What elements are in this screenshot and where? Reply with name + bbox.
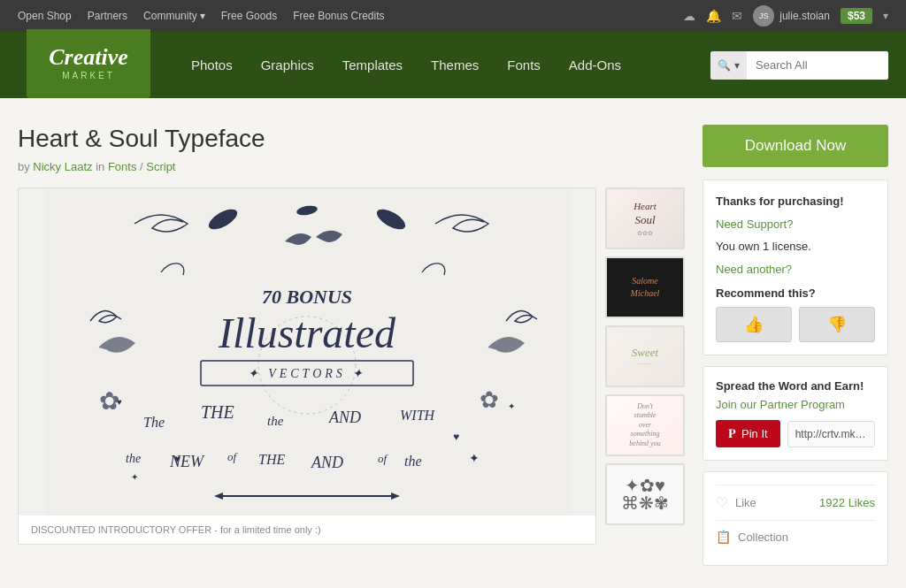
nav-themes[interactable]: Themes [417,32,493,98]
product-caption: DISCOUNTED INTRODUCTORY OFFER - for a li… [19,515,595,544]
notification-icon[interactable]: 🔔 [706,9,721,23]
sidebar: Download Now Thanks for purchasing! Need… [703,125,888,577]
thumbs-up-button[interactable]: 👍 [716,307,792,342]
partners-link[interactable]: Partners [88,10,127,22]
open-shop-link[interactable]: Open Shop [18,10,72,22]
svg-text:✦: ✦ [508,401,515,411]
download-button[interactable]: Download Now [703,125,888,167]
community-dropdown[interactable]: Community ▾ [143,10,205,22]
category-script-link[interactable]: Script [146,160,175,173]
svg-text:the: the [267,414,284,428]
svg-text:the: the [404,454,422,469]
svg-text:WITH: WITH [400,408,436,423]
main-nav: Photos Graphics Templates Themes Fonts A… [159,32,710,98]
svg-text:AND: AND [328,409,361,426]
author-link[interactable]: Nicky Laatz [33,160,92,173]
like-row: ♡ Like 1922 Likes [716,485,875,520]
svg-text:70 BONUS: 70 BONUS [262,286,352,308]
svg-text:♥: ♥ [453,431,459,443]
need-another-link[interactable]: Need another? [716,263,792,276]
recommend-label: Recommend this? [716,286,875,300]
spread-title: Spread the Word and Earn! [716,379,875,393]
svg-text:✿: ✿ [480,386,499,413]
thumbnail-4[interactable]: Don'tstumbleoversomethingbehind you [605,394,685,456]
free-goods-link[interactable]: Free Goods [221,10,277,22]
svg-text:The: The [143,415,165,430]
account-dropdown-icon[interactable]: ▾ [883,10,888,22]
svg-text:the: the [126,452,141,465]
share-url[interactable]: http://crtv.mk/sxol [787,421,875,447]
username[interactable]: julie.stoian [779,10,830,22]
need-support-link[interactable]: Need Support? [716,218,793,231]
like-label[interactable]: Like [735,496,756,509]
thanks-label: Thanks for purchasing! [716,195,843,208]
svg-text:✦: ✦ [469,451,480,465]
top-bar-links: Open Shop Partners Community ▾ Free Good… [18,10,385,22]
thumbnail-5[interactable]: ✦✿♥⌘❋✾ [605,463,685,525]
collection-row: 📋 Collection [716,520,875,553]
logo-creative: Creative [49,46,128,69]
search-area: 🔍 ▾ [710,51,888,80]
search-wrapper: 🔍 ▾ [710,51,888,80]
svg-text:♥: ♥ [174,453,180,465]
license-text: You own 1 license. [716,238,875,256]
free-bonus-link[interactable]: Free Bonus Credits [293,10,384,22]
main-image: 70 BONUS Illustrated ✦ VECTORS ✦ The THE… [19,188,595,515]
svg-text:THE: THE [201,402,234,422]
nav-templates[interactable]: Templates [328,32,417,98]
search-category-select[interactable]: 🔍 ▾ [710,51,747,80]
thumbnail-2[interactable]: SalomeMichael [605,256,685,318]
svg-text:THE: THE [258,452,285,467]
search-input[interactable] [747,51,888,80]
top-bar: Open Shop Partners Community ▾ Free Good… [0,0,906,32]
category-fonts-link[interactable]: Fonts [108,160,137,173]
header: Creative MARKET Photos Graphics Template… [0,32,906,98]
content-area: Heart & Soul Typeface by Nicky Laatz in … [0,98,906,588]
logo[interactable]: Creative MARKET [27,29,150,98]
nav-photos[interactable]: Photos [177,32,247,98]
mail-icon[interactable]: ✉ [732,9,742,23]
pin-button[interactable]: 𝐏 Pin It [716,420,780,447]
logo-area: Creative MARKET [18,33,159,98]
credit-badge[interactable]: $53 [841,8,872,24]
thumbnail-strip: HeartSoul ✿✿✿ SalomeMichael Sweet ~~~~ [605,187,685,545]
like-heart-icon: ♡ [716,494,728,511]
nav-fonts[interactable]: Fonts [493,32,555,98]
pinterest-icon: 𝐏 [728,426,736,441]
avatar: JS [753,5,774,27]
purchase-info-box: Thanks for purchasing! Need Support? You… [703,179,888,355]
recommend-buttons: 👍 👎 [716,307,875,342]
partner-program-link[interactable]: Join our Partner Program [716,398,875,411]
product-gallery: 70 BONUS Illustrated ✦ VECTORS ✦ The THE… [18,187,685,545]
main-image-wrapper: 70 BONUS Illustrated ✦ VECTORS ✦ The THE… [18,187,596,545]
product-meta: by Nicky Laatz in Fonts / Script [18,160,685,173]
product-title: Heart & Soul Typeface [18,125,685,153]
svg-text:✦ VECTORS ✦: ✦ VECTORS ✦ [248,367,367,380]
search-icon: 🔍 [718,59,731,72]
like-count: 1922 Likes [819,496,875,509]
user-info: JS julie.stoian [753,5,830,27]
collection-icon: 📋 [716,530,731,544]
like-collection-box: ♡ Like 1922 Likes 📋 Collection [703,471,888,566]
thumbnail-1[interactable]: HeartSoul ✿✿✿ [605,187,685,249]
thumbnail-3[interactable]: Sweet ~~~~ [605,325,685,387]
cloud-icon: ☁ [683,9,695,23]
logo-market: MARKET [62,71,115,80]
spread-word-box: Spread the Word and Earn! Join our Partn… [703,366,888,461]
top-bar-user: ☁ 🔔 ✉ JS julie.stoian $53 ▾ [683,5,888,27]
svg-text:✿: ✿ [99,387,119,415]
nav-graphics[interactable]: Graphics [247,32,328,98]
collection-label[interactable]: Collection [738,531,788,544]
thumbs-down-button[interactable]: 👎 [799,307,875,342]
main-content: Heart & Soul Typeface by Nicky Laatz in … [18,125,685,577]
share-row: 𝐏 Pin It http://crtv.mk/sxol [716,420,875,447]
svg-text:AND: AND [311,454,343,471]
nav-addons[interactable]: Add-Ons [555,32,635,98]
svg-text:✦: ✦ [131,472,138,482]
svg-text:Illustrated: Illustrated [218,309,396,356]
